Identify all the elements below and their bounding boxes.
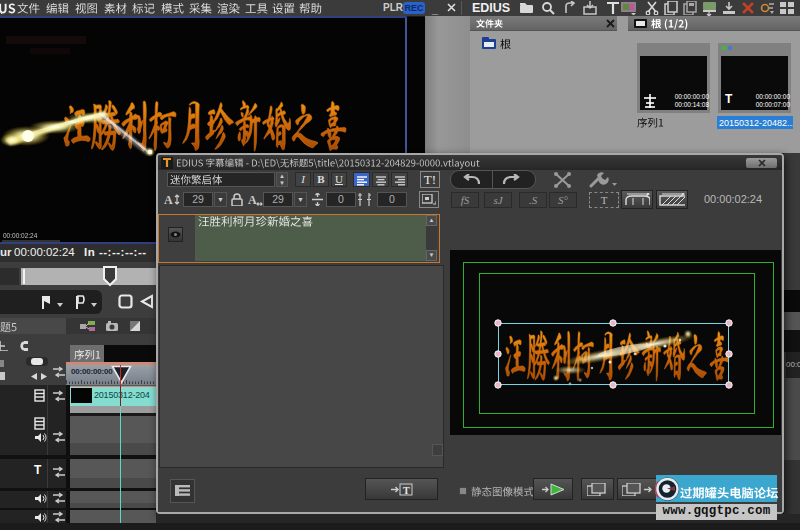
svg-text:A: A bbox=[164, 193, 173, 206]
svg-text:T: T bbox=[403, 485, 410, 496]
svg-text:A: A bbox=[248, 193, 257, 206]
